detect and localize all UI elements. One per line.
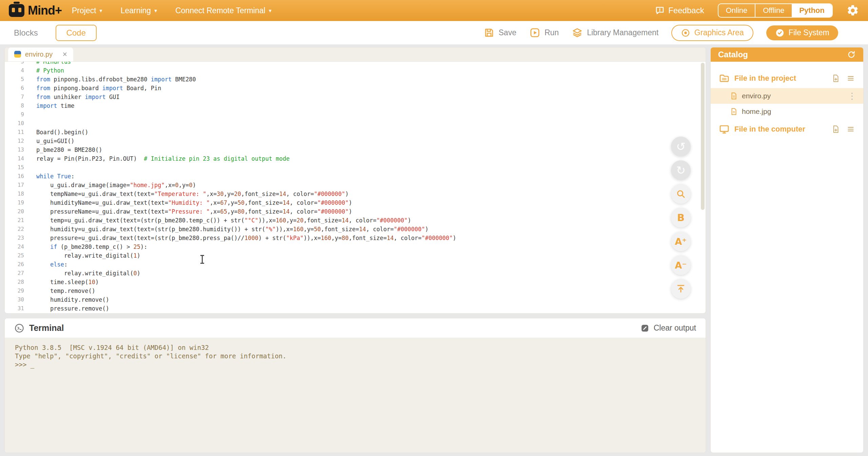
code-line[interactable]: 30 humidity.remove() <box>5 295 706 304</box>
font-decrease-button[interactable]: A⁻ <box>671 255 691 275</box>
code-line[interactable]: 21 temp=u_gui.draw_text(text=(str(p_bme2… <box>5 216 706 225</box>
offline-button[interactable]: Offline <box>755 4 792 17</box>
code-line[interactable]: 3# MindPlus <box>5 62 706 66</box>
code-line[interactable]: 27 relay.write_digital(0) <box>5 269 706 278</box>
graphics-area-label: Graphics Area <box>694 28 744 37</box>
online-button[interactable]: Online <box>718 4 755 17</box>
graphics-area-button[interactable]: Graphics Area <box>671 25 753 41</box>
blocks-tab[interactable]: Blocks <box>14 28 38 38</box>
feedback-button[interactable]: Feedback <box>655 5 704 16</box>
code-line[interactable]: 25 relay.write_digital(1) <box>5 251 706 260</box>
code-text: temp.remove() <box>24 286 95 295</box>
clear-output-icon <box>640 323 650 333</box>
code-text: from pinpong.libs.dfrobot_bme280 import … <box>24 75 196 84</box>
section-menu-icon[interactable] <box>846 125 855 134</box>
code-tab[interactable]: Code <box>56 25 97 41</box>
menu-learning[interactable]: Learning ▾ <box>121 6 157 15</box>
terminal-output[interactable]: Python 3.8.5 [MSC v.1924 64 bit (AMD64)]… <box>5 338 706 453</box>
code-line[interactable]: 19 humidityName=u_gui.draw_text(text="Hu… <box>5 198 706 207</box>
scroll-top-icon <box>676 284 686 294</box>
catalog-title: Catalog <box>718 50 748 59</box>
font-increase-icon: A⁺ <box>675 237 687 246</box>
section-file-in-computer[interactable]: File in the computer <box>711 119 863 139</box>
editor-scrollbar[interactable] <box>701 63 705 210</box>
code-line[interactable]: 10 <box>5 119 706 128</box>
menu-project[interactable]: Project ▾ <box>72 6 102 15</box>
section-file-in-project[interactable]: File in the project <box>711 68 863 88</box>
python-mode-button[interactable]: Python <box>792 4 832 17</box>
new-file-icon[interactable] <box>831 125 840 134</box>
refresh-icon[interactable] <box>847 50 856 59</box>
feedback-label: Feedback <box>668 6 704 15</box>
code-line[interactable]: 11Board().begin() <box>5 128 706 137</box>
tab-enviro-py[interactable]: enviro.py × <box>8 47 73 61</box>
close-tab-icon[interactable]: × <box>63 51 67 58</box>
code-editor[interactable]: 3# MindPlus4# Python5from pinpong.libs.d… <box>5 62 706 313</box>
font-increase-button[interactable]: A⁺ <box>671 232 691 251</box>
code-line[interactable]: 28 time.sleep(10) <box>5 278 706 286</box>
undo-button[interactable]: ↺ <box>671 137 691 156</box>
code-line[interactable]: 23 pressure=u_gui.draw_text(text=(str(p_… <box>5 234 706 242</box>
save-button[interactable]: Save <box>484 27 516 38</box>
code-line[interactable]: 31 pressure.remove() <box>5 304 706 313</box>
code-line[interactable]: 15 <box>5 163 706 172</box>
line-number: 10 <box>5 119 24 128</box>
menu-learning-label: Learning <box>121 6 151 15</box>
content-area: enviro.py × 3# MindPlus4# Python5from pi… <box>0 44 868 456</box>
line-number: 4 <box>5 66 24 75</box>
computer-icon <box>719 124 730 135</box>
line-number: 29 <box>5 286 24 295</box>
redo-icon: ↻ <box>676 165 686 176</box>
redo-button[interactable]: ↻ <box>671 160 691 180</box>
undo-icon: ↺ <box>676 141 686 152</box>
code-line[interactable]: 8import time <box>5 101 706 110</box>
line-number: 26 <box>5 260 24 269</box>
code-line[interactable]: 9 <box>5 110 706 119</box>
menu-connect-remote-terminal[interactable]: Connect Remote Terminal ▾ <box>175 6 272 15</box>
code-text <box>24 163 36 172</box>
new-file-icon[interactable] <box>831 74 840 83</box>
line-number: 7 <box>5 93 24 101</box>
line-number: 27 <box>5 269 24 278</box>
search-icon <box>676 189 686 199</box>
format-button[interactable]: B <box>671 208 691 227</box>
line-number: 24 <box>5 242 24 251</box>
library-management-button[interactable]: Library Management <box>572 27 658 38</box>
code-line[interactable]: 7from unihiker import GUI <box>5 93 706 101</box>
code-line[interactable]: 6from pinpong.board import Board, Pin <box>5 84 706 93</box>
search-button[interactable] <box>671 184 691 204</box>
code-line[interactable]: 13p_bme280 = BME280() <box>5 145 706 154</box>
code-line[interactable]: 22 humidity=u_gui.draw_text(text=(str(p_… <box>5 225 706 234</box>
code-line[interactable]: 24 if (p_bme280.temp_c() > 25): <box>5 242 706 251</box>
mindplus-logo[interactable]: Mind+ <box>9 3 62 18</box>
code-line[interactable]: 29 temp.remove() <box>5 286 706 295</box>
code-line[interactable]: 18 tempName=u_gui.draw_text(text="Temper… <box>5 190 706 198</box>
scroll-top-button[interactable] <box>671 279 691 299</box>
file-item-home.jpg[interactable]: home.jpg <box>711 104 863 119</box>
code-text: u_gui.draw_image(image="home.jpg",x=0,y=… <box>24 181 196 190</box>
file-menu-icon[interactable]: ⋮ <box>848 92 856 100</box>
project-file-list: enviro.py⋮home.jpg <box>711 88 863 119</box>
catalog-panel: Catalog File in the project <box>710 47 864 453</box>
line-number: 22 <box>5 225 24 234</box>
code-line[interactable]: 26 else: <box>5 260 706 269</box>
terminal-header: Terminal Clear output <box>5 318 706 338</box>
code-line[interactable]: 4# Python <box>5 66 706 75</box>
code-line[interactable]: 12u_gui=GUI() <box>5 137 706 145</box>
line-number: 17 <box>5 181 24 190</box>
code-line[interactable]: 16while True: <box>5 172 706 181</box>
code-line[interactable]: 14relay = Pin(Pin.P23, Pin.OUT) # Initia… <box>5 154 706 163</box>
section-menu-icon[interactable] <box>846 74 855 83</box>
mindplus-app: Mind+ Project ▾ Learning ▾ Connect Remot… <box>0 0 868 456</box>
file-system-button[interactable]: File System <box>766 25 838 40</box>
settings-gear-button[interactable] <box>846 4 859 17</box>
line-number: 8 <box>5 101 24 110</box>
code-text: humidityName=u_gui.draw_text(text="Humid… <box>24 198 352 207</box>
topbar-right: Feedback Online Offline Python <box>655 3 859 18</box>
clear-output-button[interactable]: Clear output <box>640 323 696 333</box>
code-line[interactable]: 5from pinpong.libs.dfrobot_bme280 import… <box>5 75 706 84</box>
code-line[interactable]: 20 pressureName=u_gui.draw_text(text="Pr… <box>5 207 706 216</box>
file-item-enviro.py[interactable]: enviro.py⋮ <box>711 88 863 104</box>
code-line[interactable]: 17 u_gui.draw_image(image="home.jpg",x=0… <box>5 181 706 190</box>
run-button[interactable]: Run <box>529 27 559 38</box>
